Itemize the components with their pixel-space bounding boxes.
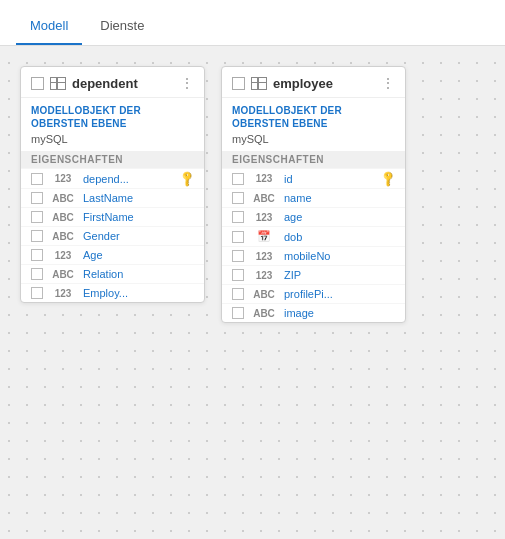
- model-label-dependent: MODELLOBJEKT DER OBERSTEN EBENE: [31, 104, 194, 130]
- field-row-depend: 123 depend... 🔑: [21, 168, 204, 188]
- card-menu-employee[interactable]: ⋮: [381, 75, 395, 91]
- card-meta-employee: MODELLOBJEKT DER OBERSTEN EBENE mySQL: [222, 98, 405, 151]
- field-checkbox[interactable]: [232, 250, 244, 262]
- section-header-dependent: EIGENSCHAFTEN: [21, 151, 204, 168]
- field-checkbox[interactable]: [232, 173, 244, 185]
- field-row-employ: 123 Employ...: [21, 283, 204, 302]
- card-header-dependent: dependent ⋮: [21, 67, 204, 98]
- field-checkbox[interactable]: [31, 268, 43, 280]
- field-name-gender: Gender: [83, 230, 194, 242]
- field-checkbox[interactable]: [31, 211, 43, 223]
- field-row-id: 123 id 🔑: [222, 168, 405, 188]
- field-type-123: 123: [250, 251, 278, 262]
- field-row-zip: 123 ZIP: [222, 265, 405, 284]
- field-name-zip: ZIP: [284, 269, 395, 281]
- field-type-123: 123: [49, 250, 77, 261]
- section-header-employee: EIGENSCHAFTEN: [222, 151, 405, 168]
- db-type-employee: mySQL: [232, 133, 395, 145]
- field-type-123: 123: [49, 173, 77, 184]
- field-type-abc: ABC: [250, 193, 278, 204]
- card-meta-dependent: MODELLOBJEKT DER OBERSTEN EBENE mySQL: [21, 98, 204, 151]
- field-type-123: 123: [49, 288, 77, 299]
- card-title-dependent: dependent: [72, 76, 174, 91]
- table-icon-dependent: [50, 77, 66, 90]
- field-checkbox[interactable]: [232, 307, 244, 319]
- field-name-relation: Relation: [83, 268, 194, 280]
- field-name-profilepi: profilePi...: [284, 288, 395, 300]
- field-name-mobileno: mobileNo: [284, 250, 395, 262]
- content-area: dependent ⋮ MODELLOBJEKT DER OBERSTEN EB…: [0, 46, 505, 343]
- field-row-age: 123 Age: [21, 245, 204, 264]
- key-icon-depend: 🔑: [177, 169, 196, 188]
- field-row-lastname: ABC LastName: [21, 188, 204, 207]
- field-name-age-emp: age: [284, 211, 395, 223]
- field-checkbox[interactable]: [232, 269, 244, 281]
- field-checkbox[interactable]: [31, 192, 43, 204]
- top-bar: Modell Dienste: [0, 0, 505, 46]
- field-type-abc: ABC: [250, 289, 278, 300]
- field-checkbox[interactable]: [31, 249, 43, 261]
- card-title-employee: employee: [273, 76, 375, 91]
- field-row-mobileno: 123 mobileNo: [222, 246, 405, 265]
- card-checkbox-employee[interactable]: [232, 77, 245, 90]
- table-icon-employee: [251, 77, 267, 90]
- card-menu-dependent[interactable]: ⋮: [180, 75, 194, 91]
- field-type-cal: 📅: [250, 230, 278, 243]
- field-name-depend: depend...: [83, 173, 174, 185]
- tab-modell[interactable]: Modell: [16, 8, 82, 45]
- model-label-employee: MODELLOBJEKT DER OBERSTEN EBENE: [232, 104, 395, 130]
- field-checkbox[interactable]: [31, 173, 43, 185]
- field-row-dob: 📅 dob: [222, 226, 405, 246]
- field-name-name: name: [284, 192, 395, 204]
- field-row-profilepi: ABC profilePi...: [222, 284, 405, 303]
- field-type-123: 123: [250, 173, 278, 184]
- field-type-abc: ABC: [49, 231, 77, 242]
- db-type-dependent: mySQL: [31, 133, 194, 145]
- field-checkbox[interactable]: [31, 287, 43, 299]
- field-checkbox[interactable]: [232, 231, 244, 243]
- tab-dienste[interactable]: Dienste: [86, 8, 158, 45]
- field-type-abc: ABC: [49, 193, 77, 204]
- field-name-lastname: LastName: [83, 192, 194, 204]
- key-icon-id: 🔑: [378, 169, 397, 188]
- field-type-123: 123: [250, 212, 278, 223]
- field-name-dob: dob: [284, 231, 395, 243]
- field-row-age-emp: 123 age: [222, 207, 405, 226]
- field-checkbox[interactable]: [232, 211, 244, 223]
- field-type-abc: ABC: [49, 269, 77, 280]
- field-name-id: id: [284, 173, 375, 185]
- field-checkbox[interactable]: [232, 192, 244, 204]
- field-type-abc: ABC: [49, 212, 77, 223]
- field-name-employ: Employ...: [83, 287, 194, 299]
- entity-card-employee: employee ⋮ MODELLOBJEKT DER OBERSTEN EBE…: [221, 66, 406, 323]
- field-checkbox[interactable]: [232, 288, 244, 300]
- card-header-employee: employee ⋮: [222, 67, 405, 98]
- field-checkbox[interactable]: [31, 230, 43, 242]
- card-checkbox-dependent[interactable]: [31, 77, 44, 90]
- field-name-firstname: FirstName: [83, 211, 194, 223]
- field-row-relation: ABC Relation: [21, 264, 204, 283]
- entity-card-dependent: dependent ⋮ MODELLOBJEKT DER OBERSTEN EB…: [20, 66, 205, 303]
- field-name-image: image: [284, 307, 395, 319]
- field-type-123: 123: [250, 270, 278, 281]
- field-row-image: ABC image: [222, 303, 405, 322]
- field-type-abc: ABC: [250, 308, 278, 319]
- field-row-name: ABC name: [222, 188, 405, 207]
- field-row-gender: ABC Gender: [21, 226, 204, 245]
- field-name-age: Age: [83, 249, 194, 261]
- field-row-firstname: ABC FirstName: [21, 207, 204, 226]
